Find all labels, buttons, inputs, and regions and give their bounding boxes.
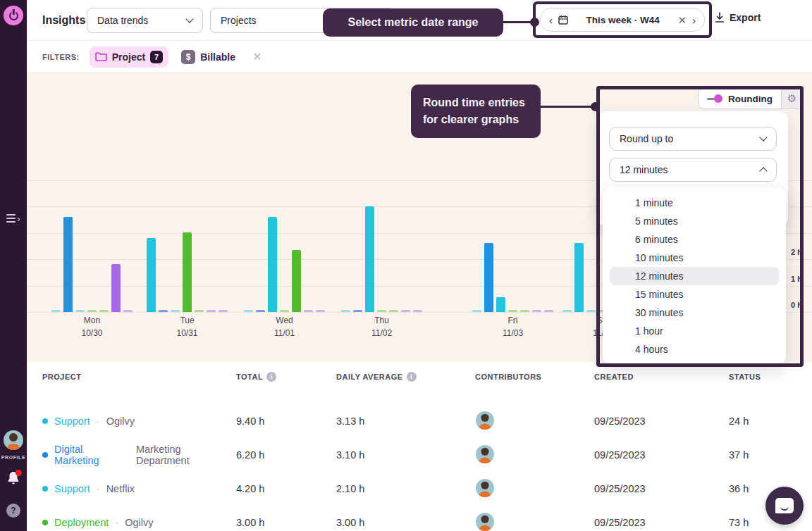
hamburger-icon	[6, 214, 16, 223]
previous-range-button[interactable]: ‹	[549, 15, 553, 25]
project-color-dot	[42, 452, 48, 458]
separator-dot: ·	[115, 517, 118, 528]
clear-filters-icon[interactable]: ✕	[252, 50, 262, 63]
rounding-option[interactable]: 10 minutes	[610, 249, 779, 267]
bar-mon-purple	[111, 264, 121, 312]
rounding-option[interactable]: 15 minutes	[610, 285, 779, 304]
bar-mon-blue	[63, 217, 73, 312]
project-cell: Deployment·Ogilvy	[42, 517, 236, 528]
project-color-dot	[42, 520, 48, 525]
table-row[interactable]: Deployment·Ogilvy3.00 h3.00 h09/25/20237…	[27, 506, 812, 531]
expand-sidebar-button[interactable]: ›	[0, 211, 27, 225]
help-button[interactable]: ?	[0, 503, 27, 518]
rounding-option[interactable]: 4 hours	[610, 340, 779, 358]
rounding-tooltip: Round time entries for clearer graphs	[411, 85, 541, 138]
chat-bubble-icon	[775, 498, 794, 513]
rounding-toggle[interactable]: Rounding	[699, 89, 781, 108]
table-row[interactable]: Support·Ogilvy9.40 h3.13 h09/25/202324 h	[27, 404, 812, 438]
created-cell: 09/25/2023	[594, 483, 729, 494]
project-name[interactable]: Support	[54, 416, 90, 427]
tooltip-connector-dot	[530, 18, 539, 27]
gear-icon: ⚙	[787, 92, 796, 105]
rounding-direction-select[interactable]: Round up to	[609, 127, 777, 151]
client-name: Marketing Department	[136, 444, 236, 466]
bar-sat-cyan_light	[586, 310, 596, 312]
info-icon[interactable]	[266, 372, 276, 382]
project-name[interactable]: Digital Marketing	[54, 444, 130, 466]
billable-filter-chip[interactable]: $ Billable	[178, 46, 238, 68]
x-axis-day-label: Fri11/03	[472, 314, 553, 339]
metric-type-select[interactable]: Data trends	[87, 8, 203, 33]
rounding-option[interactable]: 1 minute	[610, 194, 779, 212]
bar-thu-green_light	[389, 310, 398, 312]
bar-mon-cyan_light	[75, 310, 85, 312]
rounding-option[interactable]: 12 minutes	[610, 267, 779, 285]
client-name: Netflix	[106, 483, 135, 494]
bar-tue-green_light	[195, 310, 204, 312]
billable-filter-label: Billable	[200, 51, 235, 63]
rounding-direction-value: Round up to	[620, 133, 761, 144]
rounding-label: Rounding	[728, 94, 773, 104]
status-cell: 24 h	[729, 416, 812, 427]
bar-thu-blue_light	[353, 310, 362, 312]
rounding-settings-button[interactable]: ⚙	[781, 89, 802, 108]
project-name[interactable]: Support	[54, 483, 90, 494]
bar-wed-blue_light	[256, 310, 265, 312]
metric-type-value: Data trends	[97, 15, 187, 26]
next-range-button[interactable]: ›	[692, 15, 696, 25]
rounding-amount-select[interactable]: 12 minutes	[609, 158, 777, 182]
project-name[interactable]: Deployment	[54, 517, 109, 528]
filters-bar: FILTERS: Project 7 $ Billable ✕	[27, 41, 812, 73]
bar-thu-purple_light	[401, 310, 410, 312]
table-row[interactable]: Support·Netflix4.20 h2.10 h09/25/202336 …	[27, 472, 812, 506]
power-button[interactable]	[0, 6, 27, 25]
rounding-option[interactable]: 5 minutes	[610, 212, 779, 230]
contributor-avatar[interactable]	[476, 512, 494, 530]
column-header: PROJECT	[42, 373, 236, 381]
bar-sat-cyan	[574, 243, 584, 312]
chevron-down-icon	[185, 15, 193, 23]
table-header-row: PROJECTTOTALDAILY AVERAGECONTRIBUTORSCRE…	[27, 372, 812, 382]
created-cell: 09/25/2023	[594, 416, 729, 427]
download-icon	[715, 12, 725, 23]
y-axis-tick-label: 1 h	[791, 275, 802, 283]
daily-average-cell: 2.10 h	[336, 483, 475, 494]
table-row[interactable]: Digital MarketingMarketing Department6.2…	[27, 438, 812, 472]
column-header: CONTRIBUTORS	[475, 373, 594, 381]
rounding-control: Rounding ⚙	[698, 88, 803, 109]
chevron-down-icon	[759, 133, 767, 141]
export-button[interactable]: Export	[715, 12, 761, 23]
contributor-avatar[interactable]	[476, 411, 494, 429]
column-header: TOTAL	[236, 372, 336, 382]
x-axis-day-label: Thu11/02	[341, 314, 422, 339]
total-cell: 9.40 h	[236, 416, 336, 427]
clear-date-icon[interactable]: ✕	[677, 15, 687, 25]
rounding-option[interactable]: 1 hour	[610, 322, 779, 340]
sidebar: › PROFILE ?	[0, 0, 27, 531]
chat-launcher-button[interactable]	[765, 487, 804, 525]
rounding-option[interactable]: 30 minutes	[610, 304, 779, 322]
profile-button[interactable]	[0, 430, 27, 451]
bar-wed-green_light	[280, 310, 289, 312]
date-range-tooltip: Select metric date range	[323, 8, 503, 37]
bar-tue-cyan_light	[171, 310, 180, 312]
y-axis-tick-label: 2 h	[791, 248, 802, 256]
project-filter-label: Project	[112, 51, 145, 63]
notifications-button[interactable]	[0, 469, 27, 487]
contributors-cell	[475, 411, 594, 432]
dollar-icon: $	[181, 50, 195, 64]
bar-mon-cyan_light	[51, 310, 61, 312]
question-icon: ?	[6, 504, 20, 518]
info-icon[interactable]	[407, 372, 417, 382]
daily-average-cell: 3.13 h	[336, 416, 475, 427]
bar-fri-purple_light	[532, 310, 541, 312]
rounding-option[interactable]: 6 minutes	[610, 230, 779, 249]
project-filter-chip[interactable]: Project 7	[90, 46, 168, 68]
calendar-icon	[558, 15, 568, 25]
contributor-avatar[interactable]	[476, 444, 494, 463]
bar-tue-purple_light	[219, 310, 228, 312]
bar-wed-purple_light	[304, 310, 313, 312]
project-cell: Support·Ogilvy	[42, 416, 236, 427]
date-range-picker[interactable]: ‹ This week · W44 ✕ ›	[540, 8, 705, 32]
contributor-avatar[interactable]	[476, 478, 494, 496]
